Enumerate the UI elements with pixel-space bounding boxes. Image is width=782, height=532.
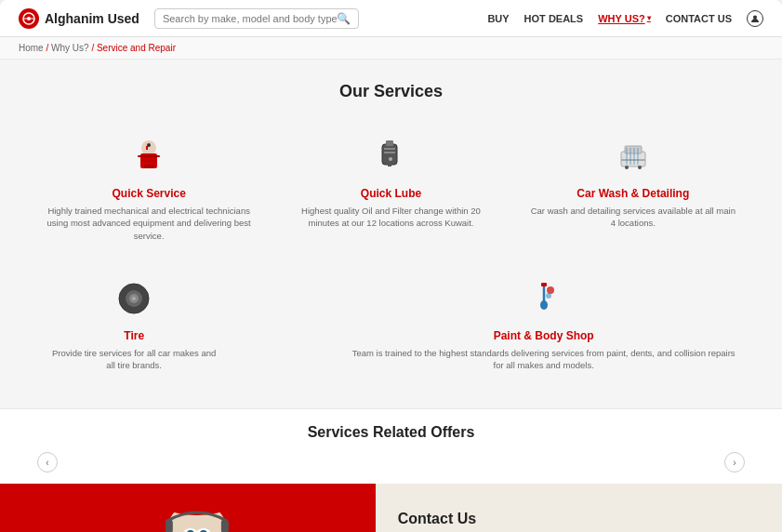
svg-point-32: [540, 300, 548, 310]
chevron-down-icon: ▾: [647, 14, 651, 22]
svg-rect-8: [146, 146, 148, 150]
carousel-prev-arrow[interactable]: ‹: [37, 452, 58, 472]
svg-rect-12: [382, 144, 397, 165]
navbar: Alghanim Used 🔍 BUY HOT DEALS WHY US? ▾ …: [0, 0, 782, 37]
svg-rect-19: [625, 146, 642, 153]
svg-point-5: [141, 140, 156, 155]
svg-rect-33: [541, 283, 547, 286]
svg-rect-14: [384, 148, 395, 150]
quick-service-name: Quick Service: [112, 187, 185, 200]
services-row2: Tire Provide tire services for all car m…: [37, 266, 745, 381]
service-quick-lube: Quick Lube Highest quality Oil and Filte…: [279, 124, 502, 251]
paint-name: Paint & Body Shop: [494, 329, 594, 342]
search-bar: 🔍: [154, 8, 359, 29]
svg-point-34: [547, 286, 554, 294]
breadcrumb: Home / Why Us? / Service and Repair: [0, 37, 782, 60]
nav-buy[interactable]: BUY: [487, 13, 509, 24]
breadcrumb-home[interactable]: Home: [19, 43, 44, 53]
svg-point-1: [27, 17, 31, 20]
nav-links: BUY HOT DEALS WHY US? ▾ CONTACT US: [487, 10, 763, 27]
nav-why-us[interactable]: WHY US? ▾: [598, 13, 651, 24]
quick-service-icon: [126, 133, 172, 180]
nav-contact-us[interactable]: CONTACT US: [666, 13, 732, 24]
logo-text: Alghanim Used: [45, 11, 139, 26]
svg-rect-17: [388, 163, 391, 166]
svg-rect-13: [386, 140, 393, 146]
svg-point-26: [638, 166, 642, 169]
logo-icon: [19, 8, 39, 29]
tire-name: Tire: [124, 329, 144, 342]
offers-carousel: ‹ ›: [37, 452, 745, 472]
svg-point-4: [753, 15, 757, 19]
paint-desc: Team is trained to the highest standards…: [351, 347, 736, 372]
svg-point-9: [147, 143, 151, 147]
svg-rect-11: [144, 165, 153, 168]
paint-icon: [521, 275, 567, 322]
service-paint: Paint & Body Shop Team is trained to the…: [342, 266, 745, 381]
services-title: Our Services: [37, 82, 745, 101]
logo[interactable]: Alghanim Used: [19, 8, 139, 29]
car-wash-icon: [610, 133, 656, 180]
svg-point-16: [389, 157, 392, 161]
svg-rect-7: [138, 155, 160, 157]
svg-point-25: [625, 166, 629, 169]
quick-lube-desc: Highest quality Oil and Filter change wi…: [288, 205, 493, 230]
breadcrumb-why-us[interactable]: Why Us?: [51, 43, 89, 53]
quick-lube-name: Quick Lube: [361, 187, 421, 200]
breadcrumb-current: Service and Repair: [97, 43, 176, 53]
svg-rect-40: [166, 504, 229, 512]
contact-area: Contact Us To know more about BIB range …: [376, 484, 782, 532]
quick-service-desc: Highly trained mechanical and electrical…: [46, 205, 251, 242]
services-row1: Quick Service Highly trained mechanical …: [37, 124, 745, 251]
car-wash-name: Car Wash & Detailing: [577, 187, 689, 200]
nav-hot-deals[interactable]: HOT DEALS: [524, 13, 584, 24]
user-icon[interactable]: [747, 10, 763, 27]
svg-rect-15: [384, 152, 395, 153]
offers-section: Services Related Offers ‹ ›: [0, 408, 782, 484]
tire-icon: [111, 275, 157, 322]
quick-lube-icon: [367, 133, 414, 180]
carousel-next-arrow[interactable]: ›: [724, 452, 745, 472]
page-wrapper: Alghanim Used 🔍 BUY HOT DEALS WHY US? ▾ …: [0, 0, 782, 532]
contact-title: Contact Us: [398, 511, 760, 527]
service-car-wash: Car Wash & Detailing Car wash and detail…: [522, 124, 745, 251]
service-tire: Tire Provide tire services for all car m…: [37, 266, 231, 381]
svg-rect-41: [162, 508, 171, 513]
mascot-area: R er es: [0, 484, 376, 532]
car-wash-desc: Car wash and detailing services availabl…: [531, 205, 736, 230]
search-input[interactable]: [163, 13, 337, 24]
bottom-section: R er es Contact Us To know more about BI…: [0, 484, 782, 532]
tire-desc: Provide tire services for all car makes …: [46, 347, 221, 372]
svg-rect-20: [621, 159, 645, 161]
offers-title: Services Related Offers: [37, 424, 745, 441]
service-quick-service: Quick Service Highly trained mechanical …: [37, 124, 260, 251]
svg-point-30: [132, 297, 136, 300]
main-content: Our Services Quick Service: [0, 60, 782, 408]
search-button[interactable]: 🔍: [337, 12, 351, 25]
svg-point-35: [546, 293, 551, 299]
